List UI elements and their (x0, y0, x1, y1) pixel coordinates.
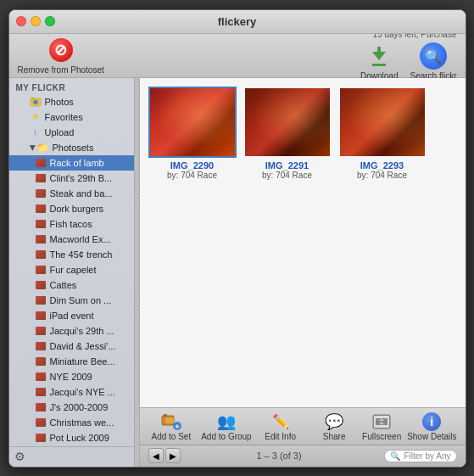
sidebar-item-photosets[interactable]: ▶ 📁 Photosets (9, 140, 134, 155)
app-window: flickery ⊘ Remove from Photoset 15 days … (8, 9, 466, 468)
photo-thumb-icon-11 (35, 325, 47, 337)
prev-button[interactable]: ◀ (148, 448, 164, 463)
add-to-group-button[interactable]: 👥 Add to Group (198, 410, 254, 443)
sidebar-item-cattes-label: Cattes (50, 280, 77, 290)
filter-icon: 🔍 (390, 451, 400, 461)
sidebar-section-my-flickr: MY FLICKR (9, 78, 134, 94)
photo-thumb-icon-14 (35, 371, 47, 383)
photo-name-2: IMG_2293 (360, 160, 404, 171)
minimize-button[interactable] (31, 16, 41, 26)
sidebar-item-jacquis-nye-label: Jacqui's NYE ... (50, 387, 115, 397)
sidebar-item-js2000-label: J's 2000-2009 (50, 402, 109, 412)
download-button[interactable]: Download (360, 42, 398, 81)
show-details-label: Show Details (407, 432, 456, 441)
sidebar-item-rack-of-lamb-label: Rack of lamb (50, 158, 104, 168)
sidebar-item-js2000[interactable]: J's 2000-2009 (9, 400, 134, 415)
sidebar-item-45c[interactable]: The 45¢ trench (9, 247, 134, 262)
pencil-icon: ✏️ (270, 412, 291, 432)
sidebar-item-photos-label: Photos (45, 97, 74, 107)
fullscreen-icon (371, 412, 392, 432)
sidebar-item-upload[interactable]: ↑ Upload (9, 125, 134, 140)
fullscreen-label: Fullscreen (362, 432, 401, 441)
photo-item-0[interactable]: IMG_2290 by: 704 Race (148, 87, 237, 180)
remove-button[interactable]: ⊘ Remove from Photoset (18, 36, 104, 75)
photo-thumb-2[interactable] (338, 87, 427, 158)
show-details-button[interactable]: i Show Details (407, 412, 456, 441)
photo-thumb-icon-6 (35, 249, 47, 260)
status-bar: ◀ ▶ 1 – 3 (of 3) 🔍 Filter by Any (140, 445, 466, 467)
sidebar-item-ipad[interactable]: iPad event (9, 308, 134, 323)
sidebar-item-david[interactable]: David & Jessi'... (9, 339, 134, 354)
photo-name-1: IMG_2291 (265, 160, 309, 171)
next-button[interactable]: ▶ (165, 448, 181, 463)
photo-thumb-1[interactable] (243, 87, 332, 158)
photo-thumb-icon-17 (35, 417, 47, 428)
sidebar-item-upload-label: Upload (45, 127, 75, 137)
sidebar-bottom: ⚙ (9, 446, 134, 467)
edit-info-button[interactable]: ✏️ Edit Info (259, 410, 303, 443)
photo-item-2[interactable]: IMG_2293 by: 704 Race (338, 87, 427, 180)
sidebar-item-christmas[interactable]: Christmas we... (9, 415, 134, 430)
photo-thumb-0[interactable] (148, 87, 237, 158)
sidebar-scroll[interactable]: MY FLICKR Photos ★ Favorites (9, 78, 134, 446)
sidebar-item-steak[interactable]: Steak and ba... (9, 186, 134, 201)
close-button[interactable] (16, 16, 26, 26)
sidebar-item-fish-tacos[interactable]: Fish tacos (9, 216, 134, 232)
search-flickr-button[interactable]: 🔍 Search flickr (410, 42, 456, 81)
window-title: flickery (218, 15, 257, 28)
sidebar-item-fur-capelet[interactable]: Fur capelet (9, 262, 134, 277)
gear-button[interactable]: ⚙ (14, 450, 25, 463)
sidebar-item-pot-luck[interactable]: Pot Luck 2009 (9, 430, 134, 445)
sidebar-item-miniature[interactable]: Miniature Bee... (9, 354, 134, 369)
share-button[interactable]: 💬 Share (312, 412, 356, 441)
photo-by-1: by: 704 Race (262, 171, 312, 180)
main-area: MY FLICKR Photos ★ Favorites (9, 78, 466, 467)
photo-item-1[interactable]: IMG_2291 by: 704 Race (243, 87, 332, 180)
sidebar-item-photosets-label: Photosets (53, 143, 94, 153)
sidebar-item-macworld[interactable]: Macworld Ex... (9, 232, 134, 247)
sidebar-item-fur-capelet-label: Fur capelet (50, 265, 97, 275)
photo-thumb-icon-3 (35, 203, 47, 215)
sidebar-item-favorites[interactable]: ★ Favorites (9, 109, 134, 125)
photo-thumb-icon-7 (35, 264, 47, 276)
sidebar-item-clints-label: Clint's 29th B... (50, 173, 113, 183)
sidebar-item-dork-burgers[interactable]: Dork burgers (9, 201, 134, 216)
zoom-button[interactable] (45, 16, 55, 26)
sidebar-item-dim-sum-label: Dim Sum on ... (50, 295, 112, 305)
svg-rect-2 (31, 98, 34, 99)
sidebar-item-favorites-label: Favorites (45, 112, 83, 122)
filter-placeholder: Filter by Any (404, 451, 450, 461)
photo-thumb-icon-9 (35, 294, 47, 306)
sidebar-item-jacquis[interactable]: Jacqui's 29th ... (9, 323, 134, 339)
fullscreen-button[interactable]: Fullscreen (360, 412, 404, 441)
filter-box[interactable]: 🔍 Filter by Any (384, 450, 456, 462)
sidebar-item-christmas-label: Christmas we... (50, 417, 114, 428)
people-icon: 👥 (216, 412, 237, 432)
remove-icon: ⊘ (47, 36, 75, 64)
edit-info-label: Edit Info (265, 432, 296, 441)
photo-thumb-icon-8 (35, 279, 47, 291)
remove-label: Remove from Photoset (18, 65, 104, 75)
sidebar-item-clints[interactable]: Clint's 29th B... (9, 171, 134, 186)
share-label: Share (323, 432, 346, 441)
sidebar-item-pot-luck-label: Pot Luck 2009 (50, 433, 109, 443)
folder-icon: 📁 (37, 142, 49, 154)
titlebar: flickery (9, 10, 466, 34)
sidebar-item-rack-of-lamb[interactable]: Rack of lamb (9, 155, 134, 171)
sidebar-item-dim-sum[interactable]: Dim Sum on ... (9, 293, 134, 308)
sidebar-item-cattes[interactable]: Cattes (9, 277, 134, 293)
remove-circle-icon: ⊘ (49, 38, 73, 62)
svg-rect-4 (164, 414, 167, 417)
photo-thumb-icon-5 (35, 233, 47, 245)
photo-by-0: by: 704 Race (167, 171, 217, 180)
sidebar-item-photos[interactable]: Photos (9, 94, 134, 109)
sidebar-item-jacquis-nye[interactable]: Jacqui's NYE ... (9, 384, 134, 400)
svg-text:+: + (175, 423, 179, 430)
star-icon: ★ (30, 111, 42, 123)
sidebar-item-nye2009[interactable]: NYE 2009 (9, 369, 134, 384)
photos-icon (30, 96, 42, 108)
photo-thumb-icon-18 (35, 432, 47, 444)
add-to-set-button[interactable]: + Add to Set (148, 410, 195, 443)
main-toolbar: ⊘ Remove from Photoset 15 days left, Pur… (9, 34, 466, 78)
photo-count: 1 – 3 (of 3) (181, 451, 378, 461)
